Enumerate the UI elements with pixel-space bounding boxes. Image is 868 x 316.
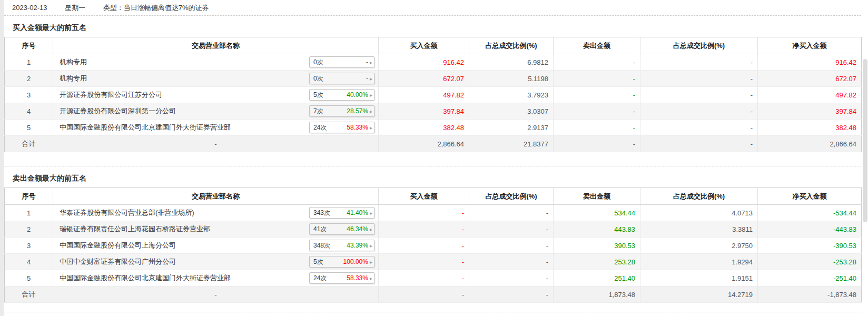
net-amount-cell: -390.53 (758, 238, 862, 254)
chevron-right-icon: ▸ (370, 60, 372, 65)
sell-ratio-cell: 1.9294 (640, 254, 758, 270)
buy-ratio-cell: - (469, 205, 554, 221)
buy-amount-cell: 397.84 (379, 103, 469, 120)
branch-name-cell: 开源证券股份有限公司深圳第一分公司7次28.57%▸ (53, 103, 379, 120)
badge-percent: - (366, 58, 368, 66)
branch-name-label: 中国国际金融股份有限公司北京建国门外大街证券营业部 (60, 273, 231, 283)
lhb-page: 2023-02-13 星期一 类型：当日涨幅偏离值达7%的证券 买入金额最大的前… (4, 0, 861, 312)
branch-name-wrap: 中国国际金融股份有限公司北京建国门外大街证券营业部24次58.33%▸ (60, 122, 374, 133)
total-row: 合计---1,873.4814.2719-1,873.48 (5, 287, 862, 303)
badge-times-count: 0次 (313, 58, 323, 67)
branch-name-label: 中国国际金融股份有限公司上海分公司 (60, 241, 176, 250)
vertical-scrollbar[interactable] (863, 59, 867, 222)
column-header: 序号 (5, 188, 53, 205)
sell-amount-cell: 251.40 (554, 270, 640, 287)
net-amount-cell: 497.82 (758, 87, 862, 103)
seq-cell: 4 (5, 103, 53, 120)
buy-section: 买入金额最大的前五名 序号交易营业部名称买入金额占总成交比例(%)卖出金额占总成… (4, 16, 861, 152)
chevron-right-icon: ▸ (370, 226, 372, 232)
total-row: 合计-2,866.6421.8377--2,866.64 (5, 136, 862, 152)
table-header-row: 序号交易营业部名称买入金额占总成交比例(%)卖出金额占总成交比例(%)净买入金额 (5, 37, 862, 54)
branch-name-label: 瑞银证券有限责任公司上海花园石桥路证券营业部 (60, 224, 210, 234)
sell-amount-cell: 253.28 (554, 254, 640, 270)
buy-amount-cell: - (379, 238, 469, 254)
sell-ratio-cell: 3.3811 (640, 221, 758, 238)
sell-ratio-cell: - (640, 87, 758, 103)
badge-times-count: 5次 (313, 258, 323, 266)
buy-ratio-cell: 2.9137 (469, 120, 554, 136)
rank-times-badge[interactable]: 24次58.33%▸ (309, 272, 374, 284)
badge-times-count: 24次 (313, 123, 327, 132)
sell-amount-cell: - (554, 120, 640, 136)
badge-times-count: 41次 (313, 225, 327, 234)
buy-section-title: 买入金额最大的前五名 (4, 16, 861, 37)
branch-name-cell: 华泰证券股份有限公司营业总部(非营业场所)343次41.40%▸ (53, 205, 379, 221)
branch-name-wrap: 中国国际金融股份有限公司北京建国门外大街证券营业部24次58.33%▸ (60, 272, 374, 284)
net-amount-cell: 397.84 (758, 103, 862, 120)
branch-name-label: 机构专用 (60, 57, 87, 67)
buy-amount-cell: 672.07 (379, 71, 469, 87)
rank-times-badge[interactable]: 41次46.34%▸ (309, 223, 374, 235)
sell-ratio-cell: 4.0713 (640, 205, 758, 221)
net-amount-cell: 382.48 (758, 120, 862, 136)
total-label-cell: 合计 (5, 136, 53, 152)
column-header: 买入金额 (379, 188, 469, 205)
chevron-right-icon: ▸ (370, 76, 372, 82)
seq-cell: 5 (5, 120, 53, 136)
sell-ratio-cell: - (640, 103, 758, 120)
sell-amount-cell: - (554, 136, 640, 152)
rank-times-badge[interactable]: 343次41.40%▸ (309, 207, 374, 219)
buy-ratio-cell: 21.8377 (469, 136, 554, 152)
date-bar: 2023-02-13 星期一 类型：当日涨幅偏离值达7%的证券 (4, 0, 861, 16)
table-row: 2机构专用0次-▸672.075.1198--672.07 (5, 71, 862, 87)
sell-ratio-cell: - (640, 136, 758, 152)
chevron-right-icon: ▸ (370, 125, 372, 131)
badge-percent: 58.33% (347, 124, 368, 131)
rank-times-badge[interactable]: 0次-▸ (309, 73, 374, 84)
column-header: 占总成交比例(%) (469, 37, 554, 54)
branch-name-label: 中国国际金融股份有限公司北京建国门外大街证券营业部 (60, 123, 231, 132)
buy-amount-cell: 382.48 (379, 120, 469, 136)
sell-amount-cell: - (554, 103, 640, 120)
rank-times-badge[interactable]: 24次58.33%▸ (309, 122, 374, 133)
branch-name-cell: 瑞银证券有限责任公司上海花园石桥路证券营业部41次46.34%▸ (53, 221, 379, 238)
sell-ratio-cell: - (640, 54, 758, 71)
badge-percent: 46.34% (347, 225, 368, 233)
chevron-right-icon: ▸ (370, 259, 372, 265)
buy-amount-cell: - (379, 205, 469, 221)
badge-percent: 58.33% (347, 274, 368, 282)
branch-name-wrap: 中国国际金融股份有限公司上海分公司348次43.39%▸ (60, 240, 374, 251)
page-left-gutter (0, 0, 4, 316)
branch-name-cell: 中国中金财富证券有限公司广州分公司5次100.00%▸ (53, 254, 379, 270)
table-header-row: 序号交易营业部名称买入金额占总成交比例(%)卖出金额占总成交比例(%)净买入金额 (5, 188, 862, 205)
branch-name-label: 开源证券股份有限公司江苏分公司 (60, 90, 162, 100)
date-label: 2023-02-13 (12, 4, 47, 12)
branch-name-label: 华泰证券股份有限公司营业总部(非营业场所) (60, 208, 194, 218)
branch-name-cell: 中国国际金融股份有限公司北京建国门外大街证券营业部24次58.33%▸ (53, 270, 379, 287)
branch-name-wrap: 机构专用0次-▸ (60, 73, 374, 84)
buy-amount-cell: 497.82 (379, 87, 469, 103)
net-amount-cell: -534.44 (758, 205, 862, 221)
weekday-label: 星期一 (65, 4, 85, 12)
sell-amount-cell: - (554, 54, 640, 71)
table-row: 2瑞银证券有限责任公司上海花园石桥路证券营业部41次46.34%▸--443.8… (5, 221, 862, 238)
table-row: 3开源证券股份有限公司江苏分公司5次40.00%▸497.823.7923--4… (5, 87, 862, 103)
chevron-right-icon: ▸ (370, 275, 372, 281)
rank-times-badge[interactable]: 5次40.00%▸ (309, 89, 374, 101)
sell-ratio-cell: - (640, 71, 758, 87)
rank-times-badge[interactable]: 348次43.39%▸ (309, 240, 374, 251)
badge-times-count: 24次 (313, 274, 327, 283)
rank-times-badge[interactable]: 7次28.57%▸ (309, 105, 374, 117)
column-header: 占总成交比例(%) (640, 188, 758, 205)
rank-times-badge[interactable]: 0次-▸ (309, 56, 374, 68)
branch-name-cell: - (53, 287, 379, 303)
branch-name-label: 开源证券股份有限公司深圳第一分公司 (60, 106, 176, 116)
section-separator (4, 152, 861, 166)
column-header: 占总成交比例(%) (469, 188, 554, 205)
rank-times-badge[interactable]: 5次100.00%▸ (309, 256, 374, 268)
seq-cell: 1 (5, 54, 53, 71)
column-header: 交易营业部名称 (53, 188, 379, 205)
sell-table: 序号交易营业部名称买入金额占总成交比例(%)卖出金额占总成交比例(%)净买入金额… (4, 187, 862, 303)
column-header: 卖出金额 (554, 188, 640, 205)
branch-name-wrap: 开源证券股份有限公司深圳第一分公司7次28.57%▸ (60, 105, 374, 117)
